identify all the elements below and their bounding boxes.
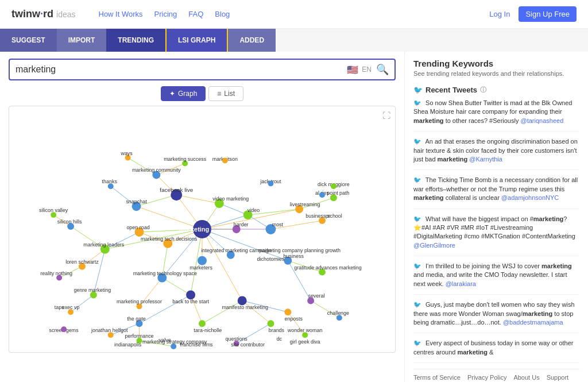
tabs-bar: SUGGEST IMPORT TRENDING LSI GRAPH ADDED — [0, 29, 588, 52]
nav-pricing[interactable]: Pricing — [154, 10, 177, 18]
svg-text:marketing success: marketing success — [164, 156, 207, 162]
info-icon[interactable]: ⓘ — [480, 86, 486, 94]
tweet-bird-4: 🐦 — [413, 215, 421, 222]
svg-text:dichotomies: dichotomies — [257, 256, 285, 262]
svg-text:open road: open road — [126, 225, 149, 230]
tweet-3: 🐦 The Ticking Time Bomb is a necessary c… — [413, 176, 579, 209]
svg-point-69 — [186, 291, 195, 300]
svg-point-150 — [268, 180, 273, 186]
privacy-link[interactable]: Privacy Policy — [467, 374, 506, 381]
main-content: 🇺🇸 EN 🔍 ✦ Graph ≡ List ⛶ — [0, 52, 588, 382]
nav-blog[interactable]: Blog — [215, 10, 230, 18]
svg-text:back to the start: back to the start — [172, 299, 209, 304]
expand-icon[interactable]: ⛶ — [382, 111, 390, 120]
tab-added[interactable]: ADDED — [228, 29, 276, 52]
svg-text:marketing tech decisions: marketing tech decisions — [141, 236, 198, 242]
nav-how-it-works[interactable]: How It Works — [99, 10, 143, 18]
svg-text:wonder woman: wonder woman — [287, 327, 323, 333]
tweet-1: 🐦 So now Shea Butter Twitter is mad at t… — [413, 99, 579, 132]
handle-3[interactable]: @adamjohnsonNYC — [501, 194, 559, 201]
svg-text:girl geek diva: girl geek diva — [290, 339, 320, 345]
handle-1[interactable]: @tariqnasheed — [520, 117, 563, 124]
tweet-5: 🐦 I'm thrilled to be joining the WSJ to … — [413, 262, 579, 295]
svg-text:indianapolis: indianapolis — [114, 342, 142, 348]
handle-5[interactable]: @larakiara — [446, 280, 476, 287]
graph-view-button[interactable]: ✦ Graph — [161, 86, 206, 101]
tab-suggest[interactable]: SUGGEST — [0, 29, 57, 52]
svg-text:several: several — [308, 293, 325, 299]
keyword-2: marketing — [438, 156, 468, 163]
svg-text:video marketing: video marketing — [212, 196, 249, 202]
svg-text:marketing professor: marketing professor — [117, 299, 162, 304]
view-toggle: ✦ Graph ≡ List — [9, 86, 396, 101]
svg-text:site contributor: site contributor — [231, 342, 265, 348]
svg-point-154 — [61, 326, 67, 332]
svg-line-29 — [162, 278, 191, 295]
login-link[interactable]: Log In — [489, 10, 510, 18]
tweet-bird-1: 🐦 — [413, 99, 421, 106]
tweet-bird-2: 🐦 — [413, 138, 421, 145]
support-link[interactable]: Support — [547, 374, 569, 381]
tab-lsi-graph[interactable]: LSI GRAPH — [165, 29, 228, 52]
keyword-1: marketing — [413, 117, 444, 124]
lang-label: EN — [362, 65, 372, 74]
header-right: Log In Sign Up Free — [489, 6, 577, 22]
trending-desc: See trending related keywords and their … — [413, 70, 579, 77]
handle-6[interactable]: @baddestmamajama — [503, 319, 563, 326]
keyword-4: marketing — [533, 215, 564, 222]
svg-text:most: most — [272, 222, 284, 227]
tweet-bird-6: 🐦 — [413, 301, 421, 308]
svg-text:point path: point path — [327, 190, 349, 196]
svg-text:marketing technology space: marketing technology space — [133, 271, 197, 276]
svg-text:tara-nicholle: tara-nicholle — [194, 327, 222, 333]
svg-text:video: video — [247, 207, 260, 213]
tab-import[interactable]: IMPORT — [57, 29, 107, 52]
svg-text:the gate: the gate — [127, 316, 145, 322]
left-panel: 🇺🇸 EN 🔍 ✦ Graph ≡ List ⛶ — [0, 52, 404, 382]
svg-text:marketing leaders: marketing leaders — [83, 242, 125, 248]
about-link[interactable]: About Us — [513, 374, 539, 381]
right-panel: Trending Keywords See trending related k… — [404, 52, 588, 382]
svg-point-65 — [267, 320, 274, 327]
svg-point-153 — [319, 192, 325, 198]
search-button[interactable]: 🔍 — [376, 63, 389, 76]
search-bar: 🇺🇸 EN 🔍 — [9, 59, 396, 80]
svg-text:silicon hills: silicon hills — [57, 219, 82, 225]
svg-text:livestreaming: livestreaming — [290, 202, 320, 207]
terms-link[interactable]: Terms of Service — [413, 374, 461, 381]
tab-trending[interactable]: TRENDING — [106, 29, 165, 52]
svg-point-64 — [284, 308, 291, 315]
svg-text:ways: ways — [120, 151, 133, 156]
svg-text:marketing community: marketing community — [132, 167, 181, 173]
logo: twinw·rd ideas — [11, 8, 76, 20]
svg-text:silicon valley: silicon valley — [39, 207, 68, 213]
tweet-2: 🐦 An ad that erases the ongoing discrimi… — [413, 137, 579, 170]
svg-text:challenge: challenge — [327, 310, 349, 316]
footer-links: Terms of Service Privacy Policy About Us… — [413, 369, 579, 381]
list-view-button[interactable]: ≡ List — [208, 86, 243, 101]
keyword-5: marketing — [541, 263, 572, 269]
tweets-list: 🐦 So now Shea Butter Twitter is mad at t… — [413, 99, 579, 363]
svg-text:exec vp: exec vp — [62, 304, 80, 310]
tweet-bird-3: 🐦 — [413, 176, 421, 183]
svg-text:snapchat: snapchat — [126, 199, 147, 204]
search-input[interactable] — [16, 64, 347, 75]
handle-2[interactable]: @Karnythia — [469, 156, 502, 163]
header: twinw·rd ideas How It Works Pricing FAQ … — [0, 0, 588, 29]
svg-point-63 — [238, 296, 247, 305]
signup-button[interactable]: Sign Up Free — [519, 6, 577, 22]
svg-point-152 — [331, 183, 336, 189]
keyword-7: marketing — [457, 349, 488, 356]
tweet-7: 🐦 Every aspect of business today in some… — [413, 339, 579, 363]
svg-text:reality nothing: reality nothing — [40, 271, 72, 276]
nav-faq[interactable]: FAQ — [188, 10, 203, 18]
svg-text:marketers: marketers — [189, 265, 212, 271]
graph-container: ⛶ — [9, 106, 396, 353]
svg-text:facebook live: facebook live — [160, 187, 193, 193]
svg-text:valve: valve — [159, 337, 171, 343]
svg-point-70 — [199, 320, 206, 327]
list-icon: ≡ — [217, 90, 221, 98]
svg-text:business: business — [284, 253, 304, 259]
handle-4[interactable]: @GlenGilmore — [413, 242, 455, 249]
trending-title: Trending Keywords — [413, 59, 579, 68]
